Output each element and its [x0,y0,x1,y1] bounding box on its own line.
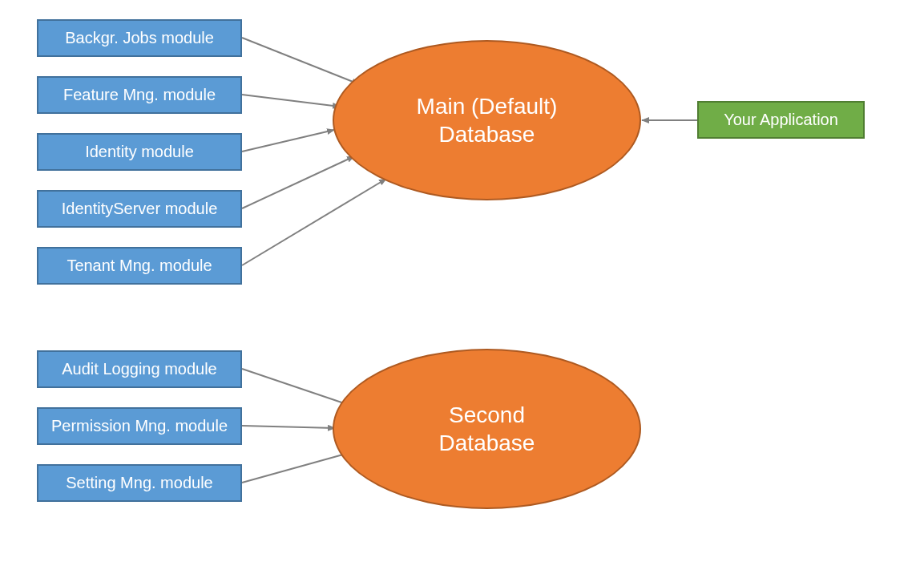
main-database-text: Main (Default) Database [417,92,558,148]
module-tenant-mng: Tenant Mng. module [37,247,242,285]
module-label: Audit Logging module [62,360,216,378]
module-backgr-jobs: Backgr. Jobs module [37,19,242,57]
second-database-line2: Database [439,431,535,455]
module-label: Setting Mng. module [66,474,212,492]
module-audit-logging: Audit Logging module [37,350,242,388]
second-database-text: Second Database [439,401,535,457]
module-label: Permission Mng. module [51,417,228,435]
arrow-identity [242,130,334,152]
module-identity: Identity module [37,133,242,171]
your-application-label: Your Application [724,111,838,129]
main-database-ellipse: Main (Default) Database [333,40,641,200]
second-database-line1: Second [449,402,525,427]
your-application-box: Your Application [697,101,865,139]
arrow-setting-mng [242,451,357,483]
module-feature-mng: Feature Mng. module [37,76,242,114]
module-label: Tenant Mng. module [67,257,212,275]
arrow-identityserver [242,156,354,208]
module-identityserver: IdentityServer module [37,190,242,228]
module-label: Backgr. Jobs module [65,29,214,47]
arrow-backgr-jobs [242,38,359,84]
arrow-permission-mng [242,426,335,428]
arrow-feature-mng [242,95,340,107]
second-database-ellipse: Second Database [333,349,641,509]
main-database-line1: Main (Default) [417,94,558,119]
module-label: Identity module [85,143,194,161]
main-database-line2: Database [439,122,535,147]
arrow-audit-logging [242,369,356,407]
module-permission-mng: Permission Mng. module [37,407,242,445]
module-label: Feature Mng. module [63,86,216,104]
module-setting-mng: Setting Mng. module [37,464,242,502]
module-label: IdentityServer module [62,200,218,218]
arrow-tenant-mng [242,179,386,265]
